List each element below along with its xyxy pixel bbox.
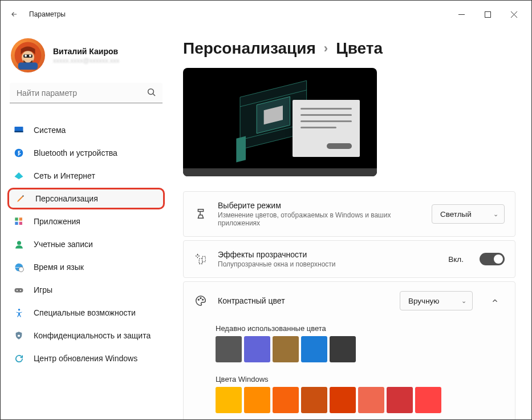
svg-point-30	[198, 299, 199, 300]
sidebar-item-time[interactable]: Время и язык	[7, 256, 165, 278]
back-button[interactable]	[5, 5, 23, 23]
color-swatch[interactable]	[387, 387, 413, 413]
svg-point-18	[18, 266, 23, 272]
mode-desc: Изменение цветов, отображаемых в Windows…	[218, 211, 421, 227]
accent-mode-select[interactable]: Вручную ⌄	[400, 291, 473, 310]
sidebar-item-network[interactable]: Сеть и Интернет	[7, 165, 165, 187]
wifi-icon	[13, 170, 25, 181]
monitor-icon	[13, 124, 25, 136]
recent-colors-label: Недавно использованные цвета	[216, 324, 505, 333]
svg-point-6	[29, 55, 31, 57]
color-swatch[interactable]	[415, 387, 441, 413]
chevron-right-icon: ›	[324, 41, 328, 56]
svg-point-5	[25, 55, 27, 57]
brush-icon	[194, 207, 208, 221]
svg-rect-10	[15, 131, 23, 132]
svg-rect-19	[15, 288, 23, 293]
transparency-desc: Полупрозрачные окна и поверхности	[218, 260, 438, 268]
color-swatch[interactable]	[244, 336, 270, 362]
svg-point-32	[202, 299, 204, 300]
minimize-button[interactable]	[448, 5, 474, 23]
avatar	[11, 38, 45, 72]
color-swatch[interactable]	[358, 387, 384, 413]
sidebar-item-privacy[interactable]: Конфиденциальность и защита	[7, 325, 165, 346]
shield-icon	[13, 330, 25, 341]
user-name: Виталий Каиров	[53, 47, 119, 56]
color-swatch[interactable]	[244, 387, 270, 413]
svg-rect-7	[18, 63, 38, 70]
user-profile[interactable]: Виталий Каиров xxxxx.xxxx@xxxxxx.xxx	[7, 33, 165, 83]
user-email: xxxxx.xxxx@xxxxxx.xxx	[53, 57, 119, 64]
color-swatch[interactable]	[216, 336, 242, 362]
svg-point-20	[17, 290, 18, 291]
sidebar-item-label: Центр обновления Windows	[34, 354, 137, 363]
color-swatch[interactable]	[330, 387, 356, 413]
sidebar-item-label: Персонализация	[35, 194, 98, 203]
accent-title: Контрастный цвет	[218, 296, 389, 305]
sidebar-item-personalization[interactable]: Персонализация	[7, 188, 165, 209]
palette-icon	[194, 294, 208, 308]
svg-rect-23	[18, 335, 20, 337]
svg-rect-0	[458, 14, 465, 15]
svg-rect-1	[485, 11, 490, 17]
svg-point-16	[17, 241, 21, 245]
windows-colors-label: Цвета Windows	[216, 375, 505, 383]
chevron-down-icon: ⌄	[461, 297, 466, 305]
svg-rect-15	[19, 222, 22, 225]
sidebar-item-label: Конфиденциальность и защита	[34, 331, 151, 340]
sidebar-item-label: Система	[34, 126, 66, 135]
search-icon	[147, 87, 157, 100]
breadcrumb-current: Цвета	[336, 39, 383, 58]
close-button[interactable]	[501, 5, 527, 23]
expand-button[interactable]	[485, 291, 505, 310]
svg-point-11	[15, 149, 23, 158]
update-icon	[13, 353, 25, 364]
color-swatch[interactable]	[216, 387, 242, 413]
paintbrush-icon	[15, 193, 26, 204]
toggle-state-label: Вкл.	[448, 255, 464, 264]
person-icon	[13, 239, 25, 250]
sidebar-item-accessibility[interactable]: Специальные возможности	[7, 302, 165, 324]
chevron-down-icon: ⌄	[493, 211, 498, 218]
svg-point-31	[200, 298, 201, 299]
sidebar-item-label: Сеть и Интернет	[34, 171, 95, 180]
window-title: Параметры	[29, 10, 66, 18]
sidebar-item-update[interactable]: Центр обновления Windows	[7, 348, 165, 369]
color-swatch[interactable]	[273, 336, 299, 362]
sidebar-item-accounts[interactable]: Учетные записи	[7, 233, 165, 255]
bluetooth-icon	[13, 147, 25, 159]
sidebar-item-label: Игры	[34, 285, 52, 294]
transparency-toggle[interactable]	[480, 253, 505, 265]
sidebar-item-label: Bluetooth и устройства	[34, 148, 117, 158]
sidebar-item-system[interactable]: Система	[7, 119, 165, 141]
apps-icon	[13, 216, 25, 227]
color-swatch[interactable]	[301, 387, 327, 413]
globe-clock-icon	[13, 261, 25, 273]
color-swatch[interactable]	[330, 336, 356, 362]
maximize-button[interactable]	[474, 5, 501, 23]
sparkle-icon	[194, 252, 208, 266]
sidebar-item-label: Учетные записи	[34, 240, 93, 249]
theme-preview	[183, 68, 377, 176]
transparency-title: Эффекты прозрачности	[218, 250, 438, 259]
accessibility-icon	[13, 307, 25, 318]
sidebar-item-gaming[interactable]: Игры	[7, 279, 165, 301]
sidebar-item-label: Время и язык	[34, 262, 84, 272]
search-input[interactable]	[10, 83, 163, 103]
sidebar-item-apps[interactable]: Приложения	[7, 211, 165, 232]
svg-rect-14	[15, 222, 18, 225]
color-swatch[interactable]	[301, 336, 327, 362]
sidebar-item-label: Приложения	[34, 217, 80, 226]
svg-rect-12	[15, 217, 18, 220]
gamepad-icon	[13, 284, 25, 296]
svg-point-21	[20, 290, 21, 291]
svg-rect-13	[19, 217, 22, 220]
svg-point-22	[18, 309, 20, 311]
sidebar-item-bluetooth[interactable]: Bluetooth и устройства	[7, 142, 165, 164]
mode-select[interactable]: Светлый ⌄	[432, 204, 505, 224]
color-swatch[interactable]	[273, 387, 299, 413]
breadcrumb: Персонализация › Цвета	[183, 39, 515, 58]
mode-title: Выберите режим	[218, 201, 421, 210]
breadcrumb-root[interactable]: Персонализация	[183, 39, 316, 58]
svg-point-8	[148, 89, 154, 95]
